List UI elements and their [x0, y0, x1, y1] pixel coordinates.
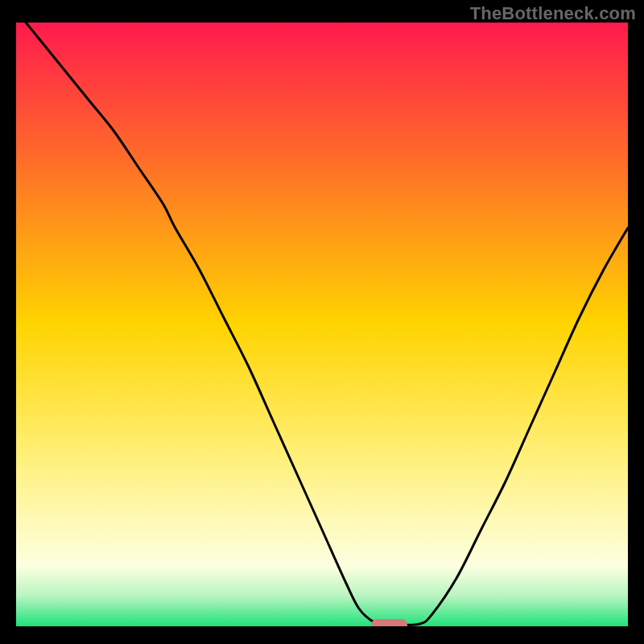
- gradient-background: [16, 23, 628, 626]
- optimal-range-marker: [371, 619, 408, 626]
- watermark-text: TheBottleneck.com: [470, 3, 636, 24]
- chart-frame: TheBottleneck.com: [0, 0, 644, 644]
- plot-area: [16, 23, 628, 626]
- chart-svg: [16, 23, 628, 626]
